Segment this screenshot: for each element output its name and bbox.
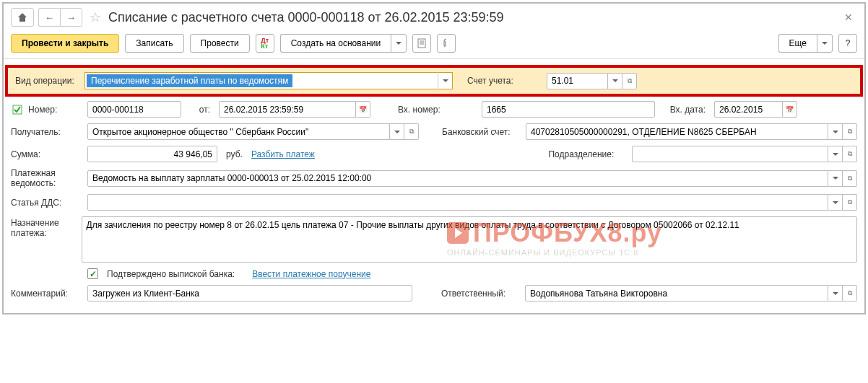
nav-back-button[interactable] [38,8,60,27]
number-input[interactable] [87,101,181,118]
in-date-label: Вх. дата: [659,105,710,115]
dds-open[interactable]: ⧉ [843,194,857,211]
comment-input[interactable] [87,285,412,301]
in-number-input[interactable] [482,101,655,118]
division-label: Подразделение: [548,149,628,159]
confirmed-label: Подтверждено выпиской банка: [107,269,235,279]
responsible-label: Ответственный: [441,289,521,299]
confirmed-checkbox[interactable] [87,268,98,279]
dds-dropdown[interactable] [828,194,843,211]
recipient-open[interactable]: ⧉ [404,123,419,140]
posted-icon [11,105,24,115]
print-button[interactable] [412,34,431,53]
account-label: Счет учета: [467,76,547,86]
post-button[interactable]: Провести [190,34,250,53]
dds-input[interactable] [87,194,828,211]
sum-input[interactable] [87,146,217,162]
split-payment-link[interactable]: Разбить платеж [251,149,315,159]
post-and-close-button[interactable]: Провести и закрыть [11,34,119,53]
division-input[interactable] [632,146,828,162]
in-number-label: Вх. номер: [398,105,477,115]
in-date-picker[interactable]: 📅 [783,101,797,118]
attach-button[interactable] [437,34,456,53]
operation-type-label: Вид операции: [12,76,84,86]
nav-forward-button[interactable] [60,8,82,27]
more-button[interactable]: Еще [778,34,817,53]
statement-open[interactable]: ⧉ [843,170,857,187]
help-button[interactable]: ? [838,34,857,53]
responsible-open[interactable]: ⧉ [843,285,857,301]
responsible-dropdown[interactable] [828,285,843,301]
close-button[interactable]: ✕ [840,10,857,25]
dt-kt-button[interactable]: ДтКт [256,34,274,53]
recipient-label: Получатель: [11,127,83,137]
statement-input[interactable] [87,170,828,187]
operation-type-caret[interactable] [438,72,452,89]
account-dropdown[interactable] [608,73,622,89]
statement-dropdown[interactable] [828,170,843,187]
comment-label: Комментарий: [11,289,83,299]
division-open[interactable]: ⧉ [843,146,857,162]
favorite-icon[interactable]: ☆ [87,9,104,25]
enter-payment-order-link[interactable]: Ввести платежное поручение [252,269,370,279]
number-label: Номер: [28,105,83,115]
bank-account-input[interactable] [526,123,828,140]
create-based-on-dropdown[interactable] [391,34,407,53]
save-button[interactable]: Записать [125,34,183,53]
bank-account-label: Банковский счет: [442,127,521,137]
from-label: от: [186,105,214,115]
sum-label: Сумма: [11,149,83,159]
svg-rect-0 [418,39,425,48]
purpose-label: Назначение платежа: [11,216,77,238]
create-based-on-button[interactable]: Создать на основании [280,34,391,53]
recipient-dropdown[interactable] [390,123,404,140]
home-button[interactable] [11,8,34,27]
account-open[interactable]: ⧉ [622,73,637,89]
currency-label: руб. [222,149,247,159]
date-picker[interactable]: 📅 [356,101,370,118]
bank-account-dropdown[interactable] [828,123,843,140]
more-dropdown[interactable] [817,34,833,53]
in-date-input[interactable] [714,101,783,118]
operation-type-row: Вид операции: Перечисление заработной пл… [5,65,863,97]
bank-account-open[interactable]: ⧉ [843,123,857,140]
page-title: Списание с расчетного счета 0000-000118 … [108,10,504,25]
date-input[interactable] [219,101,356,118]
operation-type-value: Перечисление заработной платы по ведомос… [87,74,292,87]
dds-label: Статья ДДС: [11,198,83,208]
statement-label: Платежная ведомость: [11,168,83,188]
division-dropdown[interactable] [828,146,843,162]
account-input[interactable] [547,73,608,89]
recipient-input[interactable] [87,123,390,140]
purpose-textarea[interactable] [82,216,857,263]
responsible-input[interactable] [525,285,828,301]
operation-type-select[interactable]: Перечисление заработной платы по ведомос… [84,72,453,89]
